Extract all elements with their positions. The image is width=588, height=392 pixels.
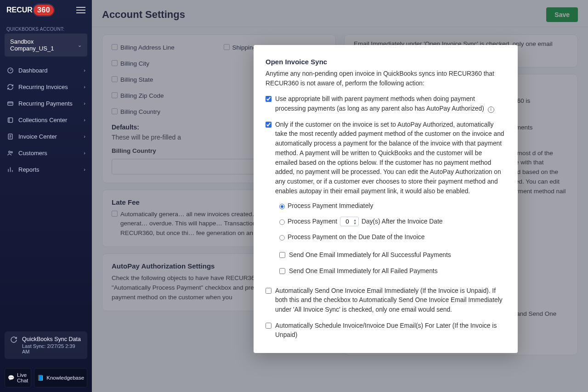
- modal-chk-success-email-checkbox[interactable]: [279, 252, 285, 258]
- radio-icon[interactable]: [279, 204, 285, 209]
- modal-chk-success-email[interactable]: Send One Email Immediately for All Succe…: [266, 251, 506, 260]
- folder-icon: [6, 116, 14, 123]
- modal-chk-failed-email-checkbox[interactable]: [279, 268, 285, 274]
- doc-icon: [6, 133, 14, 140]
- chat-icon: 💬: [8, 375, 14, 381]
- modal-r2a-label: Process Payment: [288, 218, 337, 225]
- sync-title: QuickBooks Sync Data: [22, 336, 82, 342]
- sidebar-item-recurring-invoices[interactable]: Recurring Invoices›: [0, 78, 92, 95]
- sidebar-item-dashboard[interactable]: Dashboard›: [0, 62, 92, 78]
- gauge-icon: [6, 67, 14, 74]
- qb-account-label: QUICKBOOKS ACCOUNT:: [0, 20, 92, 34]
- modal-opt-bill-parent[interactable]: Use appropriate bill with parent payment…: [266, 95, 506, 113]
- chevron-right-icon: ›: [84, 167, 85, 172]
- nav-label: Collections Center: [18, 117, 67, 123]
- modal-chk-schedule-later[interactable]: Automatically Schedule Invoice/Invoice D…: [266, 321, 506, 340]
- nav-label: Recurring Invoices: [18, 84, 68, 90]
- chevron-right-icon: ›: [84, 67, 85, 73]
- svg-point-5: [11, 151, 12, 153]
- company-selected: Sandbox Company_US_1: [10, 38, 78, 52]
- modal-opt-bill-parent-checkbox[interactable]: [266, 96, 271, 102]
- modal-intro: Anytime any non-pending open invoice in …: [266, 69, 506, 88]
- knowledgebase-label: Knowledgebase: [46, 375, 84, 381]
- main-content: Account Settings Save Billing Address Li…: [92, 0, 588, 392]
- company-selector[interactable]: Sandbox Company_US_1 ⌄: [5, 34, 87, 56]
- nav-label: Reports: [18, 166, 40, 173]
- modal-r1-label: Process Payment Immediately: [288, 202, 373, 209]
- bars-icon: [6, 166, 14, 173]
- modal-c3-text: Automatically Send One Invoice Email Imm…: [275, 286, 506, 315]
- logo: RECUR 360: [6, 5, 54, 16]
- modal-title: Open Invoice Sync: [266, 58, 506, 66]
- sync-last: Last Sync: 2/27/25 2:39 AM: [22, 343, 82, 354]
- sidebar-item-collections-center[interactable]: Collections Center›: [0, 112, 92, 128]
- svg-rect-2: [8, 118, 12, 122]
- radio-icon[interactable]: [279, 235, 285, 241]
- card-icon: [6, 100, 14, 107]
- svg-rect-1: [7, 101, 12, 105]
- chevron-right-icon: ›: [84, 84, 85, 90]
- modal-chk-auto-invoice-email[interactable]: Automatically Send One Invoice Email Imm…: [266, 286, 506, 315]
- sidebar-item-recurring-payments[interactable]: Recurring Payments›: [0, 95, 92, 112]
- chevron-right-icon: ›: [84, 117, 85, 123]
- quickbooks-sync-box[interactable]: QuickBooks Sync Data Last Sync: 2/27/25 …: [5, 331, 87, 359]
- modal-chk-failed-email[interactable]: Send One Email Immediately for All Faile…: [266, 267, 506, 276]
- logo-badge: 360: [34, 5, 54, 16]
- nav-label: Invoice Center: [18, 133, 57, 140]
- refresh-icon: [6, 83, 14, 90]
- sidebar: RECUR 360 QUICKBOOKS ACCOUNT: Sandbox Co…: [0, 0, 92, 392]
- modal-opt-autopay-checkbox[interactable]: [266, 122, 271, 128]
- modal-chk-auto-invoice-email-checkbox[interactable]: [266, 288, 271, 294]
- info-icon[interactable]: i: [488, 106, 494, 113]
- modal-opt1-text: Use appropriate bill with parent payment…: [275, 95, 484, 112]
- sidebar-item-reports[interactable]: Reports›: [0, 161, 92, 178]
- sync-icon: [10, 336, 17, 343]
- live-chat-button[interactable]: 💬 Live Chat: [5, 368, 31, 387]
- modal-c2-text: Send One Email Immediately for All Faile…: [289, 267, 438, 276]
- nav-label: Customers: [18, 150, 47, 157]
- modal-r2b-label: Day(s) After the Invoice Date: [362, 218, 442, 225]
- modal-c1-text: Send One Email Immediately for All Succe…: [289, 251, 451, 260]
- nav-label: Dashboard: [18, 67, 48, 74]
- primary-nav: Dashboard›Recurring Invoices›Recurring P…: [0, 62, 92, 327]
- people-icon: [6, 149, 14, 157]
- chevron-down-icon: ⌄: [78, 42, 82, 48]
- sidebar-item-invoice-center[interactable]: Invoice Center›: [0, 128, 92, 145]
- modal-radio-immediately[interactable]: Process Payment Immediately: [266, 202, 506, 209]
- chevron-right-icon: ›: [84, 134, 85, 139]
- live-chat-label: Live Chat: [17, 372, 28, 383]
- modal-radio-due-date[interactable]: Process Payment on the Due Date of the I…: [266, 234, 506, 241]
- nav-label: Recurring Payments: [18, 100, 73, 107]
- modal-opt2-text: Only if the customer on the invoice is s…: [275, 120, 506, 196]
- radio-icon[interactable]: [279, 219, 285, 225]
- logo-text-left: RECUR: [6, 6, 33, 14]
- modal-radio-days-after[interactable]: Process Payment ▲▼ Day(s) After the Invo…: [266, 217, 506, 226]
- menu-toggle-icon[interactable]: [76, 5, 85, 15]
- modal-opt-autopay-authorized[interactable]: Only if the customer on the invoice is s…: [266, 120, 506, 196]
- svg-point-4: [8, 151, 10, 153]
- modal-r3-label: Process Payment on the Due Date of the I…: [288, 234, 424, 241]
- open-invoice-sync-modal: Open Invoice Sync Anytime any non-pendin…: [254, 45, 518, 353]
- chevron-right-icon: ›: [84, 150, 85, 156]
- book-icon: 📘: [37, 375, 44, 381]
- spinner-buttons[interactable]: ▲▼: [353, 218, 356, 225]
- modal-c4-text: Automatically Schedule Invoice/Invoice D…: [275, 321, 506, 340]
- days-after-spinner[interactable]: ▲▼: [340, 217, 359, 226]
- modal-chk-schedule-later-checkbox[interactable]: [266, 323, 271, 329]
- chevron-right-icon: ›: [84, 101, 85, 106]
- knowledgebase-button[interactable]: 📘 Knowledgebase: [34, 368, 87, 387]
- days-after-input[interactable]: [342, 218, 352, 225]
- sidebar-item-customers[interactable]: Customers›: [0, 145, 92, 161]
